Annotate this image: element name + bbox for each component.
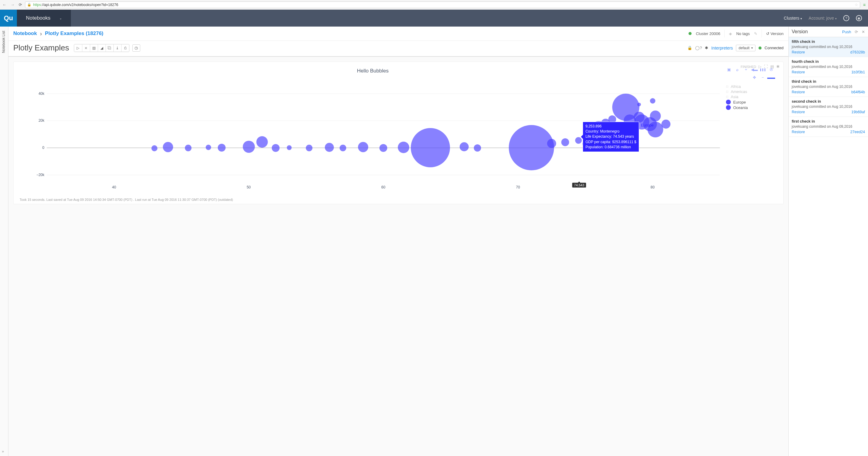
clusters-dropdown[interactable]: Clusters ▾ [784,16,802,21]
module-label: Notebooks [26,15,50,21]
caret-down-icon: ▾ [835,17,837,20]
hamburger-icon[interactable]: ≡ [863,2,866,7]
bookmark-star-icon[interactable]: ☆ [855,3,858,7]
module-dropdown[interactable]: Notebooks ⌄ [17,10,71,27]
reload-icon[interactable]: ⟳ [19,2,22,7]
url-bar[interactable]: 🔒 https://api.qubole.com/v2/notebooks#op… [25,1,860,8]
app-header: Qu Notebooks ⌄ Clusters ▾ Account: jove … [0,10,868,27]
chevron-down-icon: ⌄ [59,17,62,20]
help-icon[interactable]: ? [843,15,849,21]
url-rest: ://api.qubole.com/v2/notebooks#open?id=1… [41,3,118,7]
back-icon[interactable]: ← [2,2,6,7]
lock-icon: 🔒 [27,3,31,7]
caret-down-icon: ▾ [801,17,802,20]
forward-icon: → [10,2,14,7]
app-logo[interactable]: Qu [0,10,17,27]
url-https: https [33,3,41,7]
user-icon[interactable]: ◉ [856,15,862,21]
account-dropdown[interactable]: Account: jove ▾ [809,16,837,21]
browser-chrome: ← → ⟳ 🔒 https://api.qubole.com/v2/notebo… [0,0,868,10]
